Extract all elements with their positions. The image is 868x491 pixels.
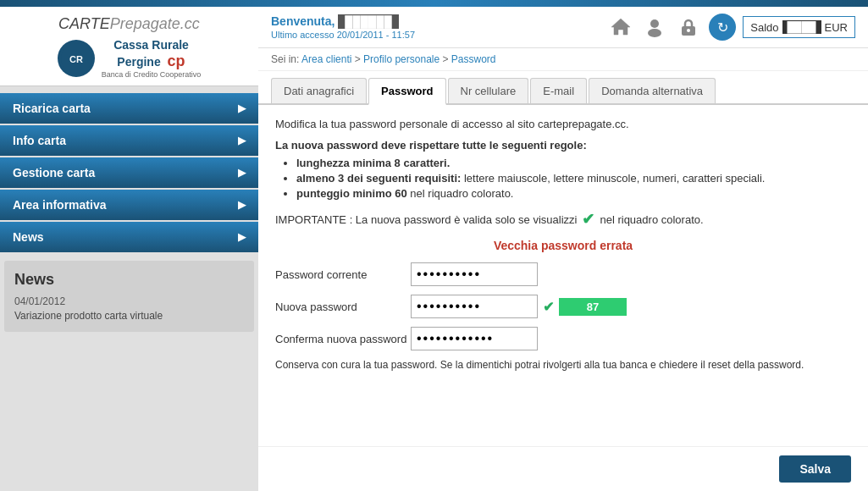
bank-sub: Banca di Credito Cooperativo xyxy=(102,70,202,79)
header: Benvenuta, ██████ Ultimo accesso 20/01/2… xyxy=(258,7,868,48)
tab-password[interactable]: Password xyxy=(368,78,445,105)
nav-item-area-informativa[interactable]: Area informativa ▶ xyxy=(0,190,258,220)
rules-title: La nuova password deve rispettare tutte … xyxy=(275,139,851,152)
form-description: Modifica la tua password personale di ac… xyxy=(275,118,851,130)
nav-arrow-icon: ▶ xyxy=(238,199,246,211)
saldo-box: Saldo ████ EUR xyxy=(743,16,855,38)
rules-list: lunghezza minima 8 caratteri. almeno 3 d… xyxy=(296,157,851,200)
strength-check-icon: ✔ xyxy=(543,299,554,315)
refresh-icon[interactable]: ↻ xyxy=(709,14,736,41)
current-password-input[interactable] xyxy=(411,262,538,286)
tab-email[interactable]: E-mail xyxy=(530,78,587,103)
saldo-value: ████ xyxy=(782,20,821,34)
nav-arrow-icon: ▶ xyxy=(238,102,246,114)
confirm-password-row: Conferma nuova password xyxy=(275,327,851,350)
top-bar xyxy=(0,0,868,7)
save-button[interactable]: Salva xyxy=(779,455,851,483)
last-access: Ultimo accesso 20/01/2011 - 11:57 xyxy=(271,30,415,40)
main-content: Benvenuta, ██████ Ultimo accesso 20/01/2… xyxy=(258,7,868,491)
sidebar-logo: CARTEPrepagate.cc CR Cassa RuralePergine… xyxy=(0,7,258,86)
new-password-label: Nuova password xyxy=(275,301,411,313)
svg-marker-2 xyxy=(611,19,630,35)
strength-bar: 87 xyxy=(559,298,627,316)
home-icon[interactable] xyxy=(607,14,634,41)
tab-dati-anagrafici[interactable]: Dati anagrafici xyxy=(271,78,367,103)
news-box-title: News xyxy=(14,271,244,289)
breadcrumb-area-clienti[interactable]: Area clienti xyxy=(301,53,351,65)
header-left: Benvenuta, ██████ Ultimo accesso 20/01/2… xyxy=(271,14,415,40)
new-password-input[interactable] xyxy=(411,295,538,318)
svg-text:CR: CR xyxy=(69,54,83,64)
nav-item-ricarica-carta[interactable]: Ricarica carta ▶ xyxy=(0,93,258,124)
news-box: News 04/01/2012 Variazione prodotto cart… xyxy=(4,261,254,332)
breadcrumb-profilo-personale[interactable]: Profilo personale xyxy=(363,53,440,65)
svg-point-3 xyxy=(650,19,659,28)
news-content: Variazione prodotto carta virtuale xyxy=(14,310,244,322)
nav-item-gestione-carta[interactable]: Gestione carta ▶ xyxy=(0,157,258,188)
nav-item-info-carta[interactable]: Info carta ▶ xyxy=(0,125,258,156)
rule-item: punteggio minimo 60 nel riquadro colorat… xyxy=(296,187,851,200)
breadcrumb: Sei in: Area clienti > Profilo personale… xyxy=(258,48,868,71)
svg-point-4 xyxy=(648,29,661,37)
brand-name: CARTEPrepagate.cc xyxy=(13,15,246,33)
lock-icon[interactable] xyxy=(675,14,702,41)
header-icons: ↻ Saldo ████ EUR xyxy=(607,14,855,41)
form-area: Modifica la tua password personale di ac… xyxy=(258,105,868,446)
welcome-row: Benvenuta, ██████ xyxy=(271,14,415,28)
bank-icon: CR xyxy=(58,40,95,77)
nav-arrow-icon: ▶ xyxy=(238,167,246,179)
nav-arrow-icon: ▶ xyxy=(238,135,246,146)
nav-menu: Ricarica carta ▶ Info carta ▶ Gestione c… xyxy=(0,93,258,252)
nav-item-news[interactable]: News ▶ xyxy=(0,222,258,252)
breadcrumb-password[interactable]: Password xyxy=(451,53,496,65)
tab-domanda-alternativa[interactable]: Domanda alternativa xyxy=(589,78,716,103)
strength-row: ✔ 87 xyxy=(543,298,627,316)
user-badge: ██████ xyxy=(338,14,398,29)
confirm-password-input[interactable] xyxy=(411,327,538,350)
sidebar: CARTEPrepagate.cc CR Cassa RuralePergine… xyxy=(0,7,258,491)
rule-item: lunghezza minima 8 caratteri. xyxy=(296,157,851,169)
tab-nr-cellulare[interactable]: Nr cellulare xyxy=(448,78,529,103)
svg-point-6 xyxy=(687,29,690,32)
confirm-password-label: Conferma nuova password xyxy=(275,333,411,345)
bank-info: Cassa RuralePergine cp Banca di Credito … xyxy=(102,38,202,79)
welcome-text: Benvenuta, ██████ xyxy=(271,14,399,28)
form-footer: Salva xyxy=(258,446,868,491)
nav-arrow-icon: ▶ xyxy=(238,231,246,243)
tip-text: Conserva con cura la tua password. Se la… xyxy=(275,359,851,371)
check-icon: ✔ xyxy=(582,210,594,229)
current-password-row: Password corrente xyxy=(275,262,851,286)
bank-name: Cassa RuralePergine cp xyxy=(102,38,202,70)
user-icon[interactable] xyxy=(641,14,668,41)
new-password-row: Nuova password ✔ 87 xyxy=(275,295,851,318)
tabs: Dati anagrafici Password Nr cellulare E-… xyxy=(258,71,868,105)
bank-logo: CR Cassa RuralePergine cp Banca di Credi… xyxy=(13,38,246,79)
important-note: IMPORTANTE : La nuova password è valida … xyxy=(275,210,851,229)
rule-item: almeno 3 dei seguenti requisiti: lettere… xyxy=(296,172,851,185)
current-password-label: Password corrente xyxy=(275,268,411,281)
news-date: 04/01/2012 xyxy=(14,295,244,307)
error-message: Vecchia password errata xyxy=(275,239,851,252)
